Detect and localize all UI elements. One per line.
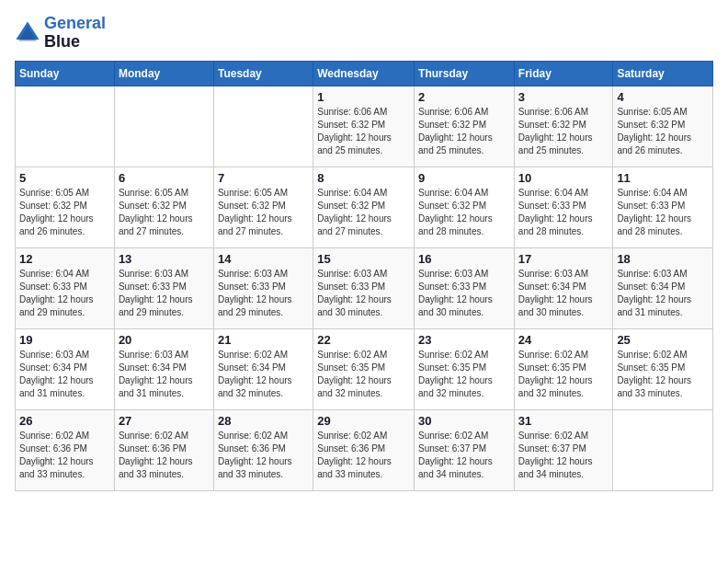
calendar-cell (16, 86, 115, 167)
calendar-week-row: 12Sunrise: 6:04 AMSunset: 6:33 PMDayligh… (16, 247, 713, 328)
calendar-cell: 28Sunrise: 6:02 AMSunset: 6:36 PMDayligh… (213, 409, 313, 490)
day-info: Sunrise: 6:02 AMSunset: 6:36 PMDaylight:… (317, 430, 410, 481)
calendar-cell: 25Sunrise: 6:02 AMSunset: 6:35 PMDayligh… (613, 328, 713, 409)
day-number: 28 (218, 414, 309, 428)
weekday-header-monday: Monday (114, 61, 213, 86)
day-info: Sunrise: 6:03 AMSunset: 6:34 PMDaylight:… (617, 268, 709, 319)
day-number: 2 (418, 90, 510, 104)
calendar-cell: 17Sunrise: 6:03 AMSunset: 6:34 PMDayligh… (514, 247, 613, 328)
calendar-cell: 15Sunrise: 6:03 AMSunset: 6:33 PMDayligh… (313, 247, 415, 328)
day-info: Sunrise: 6:03 AMSunset: 6:34 PMDaylight:… (119, 349, 210, 400)
calendar-cell: 30Sunrise: 6:02 AMSunset: 6:37 PMDayligh… (415, 409, 515, 490)
day-number: 29 (317, 414, 410, 428)
day-info: Sunrise: 6:02 AMSunset: 6:37 PMDaylight:… (518, 430, 609, 481)
day-info: Sunrise: 6:04 AMSunset: 6:33 PMDaylight:… (19, 268, 110, 319)
day-info: Sunrise: 6:06 AMSunset: 6:32 PMDaylight:… (518, 106, 609, 157)
calendar-cell: 23Sunrise: 6:02 AMSunset: 6:35 PMDayligh… (415, 328, 515, 409)
day-number: 14 (218, 252, 309, 266)
day-info: Sunrise: 6:02 AMSunset: 6:35 PMDaylight:… (317, 349, 410, 400)
calendar-cell: 4Sunrise: 6:05 AMSunset: 6:32 PMDaylight… (613, 86, 713, 167)
day-number: 30 (418, 414, 510, 428)
weekday-header-sunday: Sunday (16, 61, 115, 86)
day-info: Sunrise: 6:05 AMSunset: 6:32 PMDaylight:… (19, 187, 110, 238)
day-number: 31 (518, 414, 609, 428)
day-info: Sunrise: 6:02 AMSunset: 6:37 PMDaylight:… (418, 430, 510, 481)
calendar-cell: 9Sunrise: 6:04 AMSunset: 6:32 PMDaylight… (415, 167, 515, 247)
calendar-cell: 6Sunrise: 6:05 AMSunset: 6:32 PMDaylight… (114, 167, 213, 247)
calendar-cell: 2Sunrise: 6:06 AMSunset: 6:32 PMDaylight… (415, 86, 515, 167)
day-number: 17 (518, 252, 609, 266)
day-number: 26 (19, 414, 110, 428)
day-info: Sunrise: 6:06 AMSunset: 6:32 PMDaylight:… (317, 106, 410, 157)
day-number: 15 (317, 252, 410, 266)
calendar-week-row: 5Sunrise: 6:05 AMSunset: 6:32 PMDaylight… (16, 167, 713, 247)
logo-icon (15, 20, 40, 46)
day-number: 11 (617, 171, 709, 185)
day-number: 10 (518, 171, 609, 185)
calendar-cell: 31Sunrise: 6:02 AMSunset: 6:37 PMDayligh… (514, 409, 613, 490)
day-info: Sunrise: 6:03 AMSunset: 6:34 PMDaylight:… (518, 268, 609, 319)
day-info: Sunrise: 6:03 AMSunset: 6:33 PMDaylight:… (119, 268, 210, 319)
day-number: 6 (119, 171, 210, 185)
day-info: Sunrise: 6:04 AMSunset: 6:33 PMDaylight:… (518, 187, 609, 238)
day-number: 27 (119, 414, 210, 428)
day-number: 24 (518, 333, 609, 347)
calendar-cell: 20Sunrise: 6:03 AMSunset: 6:34 PMDayligh… (114, 328, 213, 409)
day-number: 8 (317, 171, 410, 185)
day-number: 12 (19, 252, 110, 266)
calendar-cell: 11Sunrise: 6:04 AMSunset: 6:33 PMDayligh… (613, 167, 713, 247)
calendar-week-row: 1Sunrise: 6:06 AMSunset: 6:32 PMDaylight… (16, 86, 713, 167)
calendar-table: SundayMondayTuesdayWednesdayThursdayFrid… (15, 61, 713, 491)
day-info: Sunrise: 6:03 AMSunset: 6:33 PMDaylight:… (218, 268, 309, 319)
calendar-cell: 29Sunrise: 6:02 AMSunset: 6:36 PMDayligh… (313, 409, 415, 490)
calendar-cell: 12Sunrise: 6:04 AMSunset: 6:33 PMDayligh… (16, 247, 115, 328)
day-info: Sunrise: 6:05 AMSunset: 6:32 PMDaylight:… (218, 187, 309, 238)
day-info: Sunrise: 6:05 AMSunset: 6:32 PMDaylight:… (119, 187, 210, 238)
day-info: Sunrise: 6:03 AMSunset: 6:33 PMDaylight:… (317, 268, 410, 319)
day-info: Sunrise: 6:02 AMSunset: 6:36 PMDaylight:… (218, 430, 309, 481)
calendar-cell: 18Sunrise: 6:03 AMSunset: 6:34 PMDayligh… (613, 247, 713, 328)
day-info: Sunrise: 6:03 AMSunset: 6:34 PMDaylight:… (19, 349, 110, 400)
calendar-cell: 3Sunrise: 6:06 AMSunset: 6:32 PMDaylight… (514, 86, 613, 167)
day-info: Sunrise: 6:04 AMSunset: 6:33 PMDaylight:… (617, 187, 709, 238)
weekday-header-row: SundayMondayTuesdayWednesdayThursdayFrid… (16, 61, 713, 86)
calendar-week-row: 26Sunrise: 6:02 AMSunset: 6:36 PMDayligh… (16, 409, 713, 490)
calendar-cell: 19Sunrise: 6:03 AMSunset: 6:34 PMDayligh… (16, 328, 115, 409)
logo-text: General Blue (44, 15, 106, 52)
calendar-cell: 8Sunrise: 6:04 AMSunset: 6:32 PMDaylight… (313, 167, 415, 247)
calendar-cell: 21Sunrise: 6:02 AMSunset: 6:34 PMDayligh… (213, 328, 313, 409)
day-number: 3 (518, 90, 609, 104)
day-info: Sunrise: 6:02 AMSunset: 6:35 PMDaylight:… (418, 349, 510, 400)
day-info: Sunrise: 6:02 AMSunset: 6:36 PMDaylight:… (19, 430, 110, 481)
calendar-cell: 16Sunrise: 6:03 AMSunset: 6:33 PMDayligh… (415, 247, 515, 328)
day-number: 7 (218, 171, 309, 185)
calendar-cell (213, 86, 313, 167)
day-number: 18 (617, 252, 709, 266)
day-number: 20 (119, 333, 210, 347)
page-header: General Blue (15, 15, 713, 52)
day-info: Sunrise: 6:03 AMSunset: 6:33 PMDaylight:… (418, 268, 510, 319)
calendar-cell: 10Sunrise: 6:04 AMSunset: 6:33 PMDayligh… (514, 167, 613, 247)
day-info: Sunrise: 6:04 AMSunset: 6:32 PMDaylight:… (418, 187, 510, 238)
calendar-cell: 7Sunrise: 6:05 AMSunset: 6:32 PMDaylight… (213, 167, 313, 247)
day-number: 4 (617, 90, 709, 104)
day-number: 23 (418, 333, 510, 347)
calendar-cell: 13Sunrise: 6:03 AMSunset: 6:33 PMDayligh… (114, 247, 213, 328)
day-info: Sunrise: 6:02 AMSunset: 6:35 PMDaylight:… (518, 349, 609, 400)
day-number: 16 (418, 252, 510, 266)
day-number: 13 (119, 252, 210, 266)
day-number: 1 (317, 90, 410, 104)
day-number: 22 (317, 333, 410, 347)
calendar-cell (114, 86, 213, 167)
calendar-cell: 26Sunrise: 6:02 AMSunset: 6:36 PMDayligh… (16, 409, 115, 490)
day-info: Sunrise: 6:02 AMSunset: 6:35 PMDaylight:… (617, 349, 709, 400)
day-info: Sunrise: 6:06 AMSunset: 6:32 PMDaylight:… (418, 106, 510, 157)
calendar-week-row: 19Sunrise: 6:03 AMSunset: 6:34 PMDayligh… (16, 328, 713, 409)
calendar-cell: 24Sunrise: 6:02 AMSunset: 6:35 PMDayligh… (514, 328, 613, 409)
weekday-header-tuesday: Tuesday (213, 61, 313, 86)
weekday-header-saturday: Saturday (613, 61, 713, 86)
calendar-cell: 27Sunrise: 6:02 AMSunset: 6:36 PMDayligh… (114, 409, 213, 490)
day-number: 21 (218, 333, 309, 347)
calendar-cell: 1Sunrise: 6:06 AMSunset: 6:32 PMDaylight… (313, 86, 415, 167)
day-info: Sunrise: 6:02 AMSunset: 6:34 PMDaylight:… (218, 349, 309, 400)
